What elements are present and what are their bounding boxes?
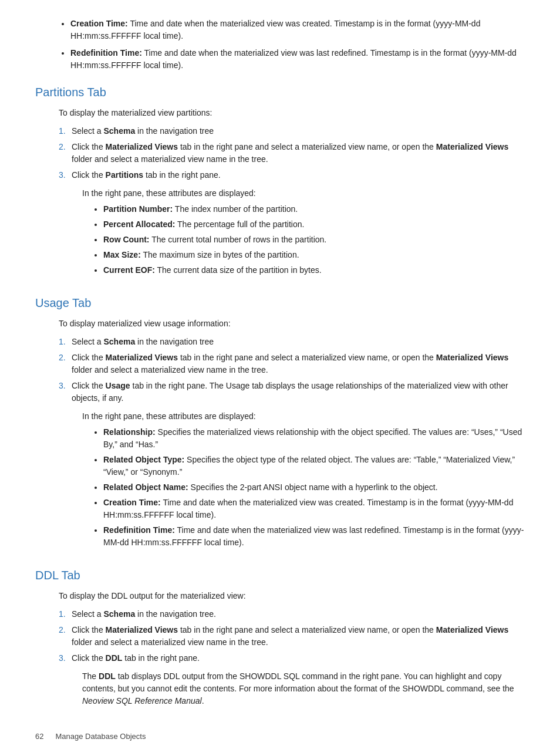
ddl-step-3: 3. Click the DDL tab in the right pane. bbox=[59, 652, 525, 664]
usage-step-1: 1. Select a Schema in the navigation tre… bbox=[59, 336, 525, 348]
partitions-attr-eof: Current EOF: The current data size of th… bbox=[103, 264, 525, 276]
partitions-step-3-num: 3. bbox=[59, 169, 68, 181]
partitions-tab-section: Partitions Tab To display the materializ… bbox=[35, 83, 525, 276]
top-bullet-creation-time-text: Time and date when the materialized view… bbox=[70, 19, 480, 40]
usage-step-2-num: 2. bbox=[59, 352, 68, 376]
usage-attr-redefinition-time: Redefinition Time: Time and date when th… bbox=[103, 524, 525, 549]
usage-step-3: 3. Click the Usage tab in the right pane… bbox=[59, 380, 525, 404]
partitions-attr-rowcount: Row Count: The current total number of r… bbox=[103, 234, 525, 246]
usage-attributes-list: Relationship: Specifies the materialized… bbox=[82, 426, 525, 549]
ddl-step-1: 1. Select a Schema in the navigation tre… bbox=[59, 608, 525, 620]
ddl-tab-heading: DDL Tab bbox=[35, 566, 525, 584]
usage-attr-related-object-name: Related Object Name: Specifies the 2-par… bbox=[103, 481, 525, 494]
ddl-step-3-text: Click the DDL tab in the right pane. bbox=[72, 652, 200, 664]
usage-attr-related-object-type: Related Object Type: Specifies the objec… bbox=[103, 454, 525, 478]
ddl-note-text: The DDL tab displays DDL output from the… bbox=[82, 670, 525, 707]
ddl-step-2: 2. Click the Materialized Views tab in t… bbox=[59, 624, 525, 649]
ddl-step-2-text: Click the Materialized Views tab in the … bbox=[72, 624, 525, 649]
partitions-sub-section: In the right pane, these attributes are … bbox=[82, 187, 525, 276]
top-bullet-redefinition-time: Redefinition Time: Time and date when th… bbox=[70, 47, 525, 72]
usage-sub-intro: In the right pane, these attributes are … bbox=[82, 410, 525, 423]
partitions-tab-steps: 1. Select a Schema in the navigation tre… bbox=[35, 125, 525, 181]
partitions-tab-intro: To display the materialized view partiti… bbox=[59, 107, 525, 119]
top-bullet-creation-time-label: Creation Time: bbox=[70, 19, 128, 28]
usage-tab-section: Usage Tab To display materialized view u… bbox=[35, 294, 525, 549]
partitions-sub-intro: In the right pane, these attributes are … bbox=[82, 187, 525, 200]
page-footer: 62 Manage Database Objects bbox=[35, 731, 525, 742]
ddl-tab-steps: 1. Select a Schema in the navigation tre… bbox=[35, 608, 525, 664]
usage-step-2-text: Click the Materialized Views tab in the … bbox=[72, 352, 525, 376]
partitions-step-3-text: Click the Partitions tab in the right pa… bbox=[72, 169, 221, 181]
partitions-attr-percent: Percent Allocated: The percentage full o… bbox=[103, 218, 525, 231]
usage-tab-heading: Usage Tab bbox=[35, 294, 525, 312]
usage-step-1-num: 1. bbox=[59, 336, 68, 348]
top-bullet-section: Creation Time: Time and date when the ma… bbox=[35, 18, 525, 72]
top-bullet-creation-time: Creation Time: Time and date when the ma… bbox=[70, 18, 525, 42]
usage-attr-creation-time: Creation Time: Time and date when the ma… bbox=[103, 497, 525, 521]
top-bullet-redefinition-time-label: Redefinition Time: bbox=[70, 48, 142, 58]
partitions-step-2-text: Click the Materialized Views tab in the … bbox=[72, 141, 525, 166]
partitions-step-3: 3. Click the Partitions tab in the right… bbox=[59, 169, 525, 181]
ddl-step-1-text: Select a Schema in the navigation tree. bbox=[72, 608, 216, 620]
usage-attr-relationship: Relationship: Specifies the materialized… bbox=[103, 426, 525, 451]
partitions-step-1: 1. Select a Schema in the navigation tre… bbox=[59, 125, 525, 137]
partitions-step-1-num: 1. bbox=[59, 125, 68, 137]
top-bullets-list: Creation Time: Time and date when the ma… bbox=[35, 18, 525, 72]
ddl-tab-section: DDL Tab To display the DDL output for th… bbox=[35, 566, 525, 707]
usage-tab-intro: To display materialized view usage infor… bbox=[59, 318, 525, 330]
partitions-attributes-list: Partition Number: The index number of th… bbox=[82, 203, 525, 276]
usage-step-3-text: Click the Usage tab in the right pane. T… bbox=[72, 380, 525, 404]
page-number: 62 bbox=[35, 731, 43, 742]
ddl-step-2-num: 2. bbox=[59, 624, 68, 649]
partitions-attr-number: Partition Number: The index number of th… bbox=[103, 203, 525, 215]
ddl-tab-intro: To display the DDL output for the materi… bbox=[59, 590, 525, 602]
ddl-step-3-num: 3. bbox=[59, 652, 68, 664]
usage-step-3-num: 3. bbox=[59, 380, 68, 404]
partitions-tab-heading: Partitions Tab bbox=[35, 83, 525, 101]
usage-step-2: 2. Click the Materialized Views tab in t… bbox=[59, 352, 525, 376]
usage-tab-steps: 1. Select a Schema in the navigation tre… bbox=[35, 336, 525, 404]
partitions-step-1-text: Select a Schema in the navigation tree bbox=[72, 125, 214, 137]
usage-sub-section: In the right pane, these attributes are … bbox=[82, 410, 525, 549]
ddl-step-1-num: 1. bbox=[59, 608, 68, 620]
partitions-step-2-num: 2. bbox=[59, 141, 68, 166]
page-label: Manage Database Objects bbox=[55, 731, 146, 742]
partitions-attr-maxsize: Max Size: The maximum size in bytes of t… bbox=[103, 249, 525, 261]
ddl-note-section: The DDL tab displays DDL output from the… bbox=[82, 670, 525, 707]
usage-step-1-text: Select a Schema in the navigation tree bbox=[72, 336, 214, 348]
partitions-step-2: 2. Click the Materialized Views tab in t… bbox=[59, 141, 525, 166]
